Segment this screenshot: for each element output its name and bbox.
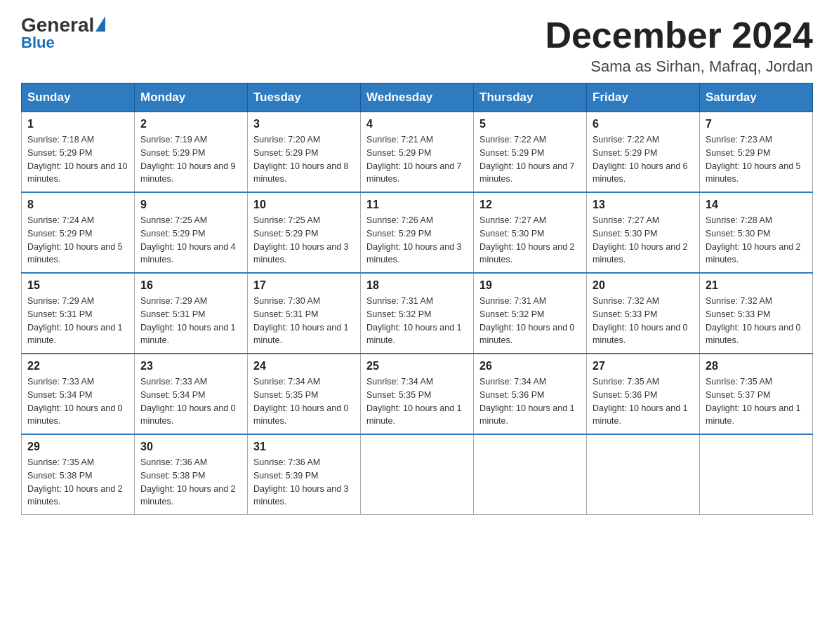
- day-number: 5: [479, 118, 581, 130]
- day-number: 21: [706, 279, 807, 292]
- day-info: Sunrise: 7:35 AM Sunset: 5:38 PM Dayligh…: [27, 456, 128, 509]
- calendar-week-row: 29 Sunrise: 7:35 AM Sunset: 5:38 PM Dayl…: [22, 434, 813, 515]
- calendar-cell: [474, 434, 587, 515]
- calendar-cell: 2 Sunrise: 7:19 AM Sunset: 5:29 PM Dayli…: [135, 112, 248, 193]
- calendar-table: SundayMondayTuesdayWednesdayThursdayFrid…: [21, 83, 813, 515]
- calendar-cell: 10 Sunrise: 7:25 AM Sunset: 5:29 PM Dayl…: [248, 192, 361, 273]
- calendar-cell: 25 Sunrise: 7:34 AM Sunset: 5:35 PM Dayl…: [361, 354, 474, 434]
- day-info: Sunrise: 7:32 AM Sunset: 5:33 PM Dayligh…: [593, 295, 694, 347]
- calendar-cell: 7 Sunrise: 7:23 AM Sunset: 5:29 PM Dayli…: [700, 112, 813, 193]
- day-info: Sunrise: 7:28 AM Sunset: 5:30 PM Dayligh…: [706, 214, 807, 267]
- calendar-cell: 17 Sunrise: 7:30 AM Sunset: 5:31 PM Dayl…: [248, 273, 361, 354]
- day-info: Sunrise: 7:30 AM Sunset: 5:31 PM Dayligh…: [253, 295, 355, 347]
- calendar-cell: [587, 434, 700, 515]
- calendar-cell: [361, 434, 474, 515]
- calendar-cell: 3 Sunrise: 7:20 AM Sunset: 5:29 PM Dayli…: [248, 112, 361, 193]
- day-number: 20: [593, 279, 694, 292]
- day-number: 17: [253, 279, 355, 292]
- calendar-header-sunday: Sunday: [22, 83, 135, 112]
- day-number: 1: [27, 118, 128, 130]
- day-number: 9: [140, 199, 241, 211]
- day-number: 30: [140, 441, 241, 453]
- day-info: Sunrise: 7:29 AM Sunset: 5:31 PM Dayligh…: [27, 295, 128, 347]
- day-info: Sunrise: 7:26 AM Sunset: 5:29 PM Dayligh…: [366, 214, 468, 267]
- title-block: December 2024 Sama as Sirhan, Mafraq, Jo…: [545, 14, 813, 76]
- page-header: General Blue December 2024 Sama as Sirha…: [21, 14, 813, 76]
- logo-triangle-icon: [95, 16, 105, 32]
- day-number: 28: [706, 360, 807, 373]
- calendar-cell: 27 Sunrise: 7:35 AM Sunset: 5:36 PM Dayl…: [587, 354, 700, 434]
- day-info: Sunrise: 7:22 AM Sunset: 5:29 PM Dayligh…: [479, 133, 581, 186]
- day-info: Sunrise: 7:32 AM Sunset: 5:33 PM Dayligh…: [706, 295, 807, 347]
- calendar-header-tuesday: Tuesday: [248, 83, 361, 112]
- calendar-header-row: SundayMondayTuesdayWednesdayThursdayFrid…: [22, 83, 813, 112]
- day-number: 15: [27, 279, 128, 292]
- calendar-cell: 18 Sunrise: 7:31 AM Sunset: 5:32 PM Dayl…: [361, 273, 474, 354]
- day-info: Sunrise: 7:33 AM Sunset: 5:34 PM Dayligh…: [140, 375, 241, 428]
- calendar-cell: 26 Sunrise: 7:34 AM Sunset: 5:36 PM Dayl…: [474, 354, 587, 434]
- calendar-cell: 1 Sunrise: 7:18 AM Sunset: 5:29 PM Dayli…: [22, 112, 135, 193]
- day-info: Sunrise: 7:21 AM Sunset: 5:29 PM Dayligh…: [366, 133, 468, 186]
- calendar-cell: 11 Sunrise: 7:26 AM Sunset: 5:29 PM Dayl…: [361, 192, 474, 273]
- main-title: December 2024: [545, 14, 813, 56]
- day-info: Sunrise: 7:18 AM Sunset: 5:29 PM Dayligh…: [27, 133, 128, 186]
- day-info: Sunrise: 7:29 AM Sunset: 5:31 PM Dayligh…: [140, 295, 241, 347]
- day-number: 16: [140, 279, 241, 292]
- day-info: Sunrise: 7:36 AM Sunset: 5:38 PM Dayligh…: [140, 456, 241, 509]
- day-info: Sunrise: 7:34 AM Sunset: 5:36 PM Dayligh…: [479, 375, 581, 428]
- calendar-week-row: 1 Sunrise: 7:18 AM Sunset: 5:29 PM Dayli…: [22, 112, 813, 193]
- calendar-cell: 19 Sunrise: 7:31 AM Sunset: 5:32 PM Dayl…: [474, 273, 587, 354]
- location-subtitle: Sama as Sirhan, Mafraq, Jordan: [545, 58, 813, 76]
- calendar-cell: 29 Sunrise: 7:35 AM Sunset: 5:38 PM Dayl…: [22, 434, 135, 515]
- day-info: Sunrise: 7:35 AM Sunset: 5:37 PM Dayligh…: [706, 375, 807, 428]
- day-info: Sunrise: 7:34 AM Sunset: 5:35 PM Dayligh…: [253, 375, 355, 428]
- day-number: 12: [479, 199, 581, 211]
- calendar-cell: 8 Sunrise: 7:24 AM Sunset: 5:29 PM Dayli…: [22, 192, 135, 273]
- day-number: 7: [706, 118, 807, 130]
- logo-blue-text: Blue: [21, 34, 55, 52]
- day-number: 3: [253, 118, 355, 130]
- calendar-cell: 21 Sunrise: 7:32 AM Sunset: 5:33 PM Dayl…: [700, 273, 813, 354]
- calendar-cell: 12 Sunrise: 7:27 AM Sunset: 5:30 PM Dayl…: [474, 192, 587, 273]
- day-number: 26: [479, 360, 581, 373]
- calendar-cell: 13 Sunrise: 7:27 AM Sunset: 5:30 PM Dayl…: [587, 192, 700, 273]
- day-info: Sunrise: 7:36 AM Sunset: 5:39 PM Dayligh…: [253, 456, 355, 509]
- day-info: Sunrise: 7:25 AM Sunset: 5:29 PM Dayligh…: [140, 214, 241, 267]
- calendar-cell: 5 Sunrise: 7:22 AM Sunset: 5:29 PM Dayli…: [474, 112, 587, 193]
- day-number: 13: [593, 199, 694, 211]
- day-info: Sunrise: 7:20 AM Sunset: 5:29 PM Dayligh…: [253, 133, 355, 186]
- day-info: Sunrise: 7:19 AM Sunset: 5:29 PM Dayligh…: [140, 133, 241, 186]
- calendar-cell: 9 Sunrise: 7:25 AM Sunset: 5:29 PM Dayli…: [135, 192, 248, 273]
- day-info: Sunrise: 7:24 AM Sunset: 5:29 PM Dayligh…: [27, 214, 128, 267]
- calendar-cell: [700, 434, 813, 515]
- day-number: 10: [253, 199, 355, 211]
- calendar-header-saturday: Saturday: [700, 83, 813, 112]
- calendar-week-row: 22 Sunrise: 7:33 AM Sunset: 5:34 PM Dayl…: [22, 354, 813, 434]
- day-info: Sunrise: 7:34 AM Sunset: 5:35 PM Dayligh…: [366, 375, 468, 428]
- calendar-cell: 15 Sunrise: 7:29 AM Sunset: 5:31 PM Dayl…: [22, 273, 135, 354]
- calendar-cell: 24 Sunrise: 7:34 AM Sunset: 5:35 PM Dayl…: [248, 354, 361, 434]
- calendar-cell: 14 Sunrise: 7:28 AM Sunset: 5:30 PM Dayl…: [700, 192, 813, 273]
- logo: General Blue: [21, 14, 105, 52]
- day-info: Sunrise: 7:23 AM Sunset: 5:29 PM Dayligh…: [706, 133, 807, 186]
- day-number: 22: [27, 360, 128, 373]
- day-info: Sunrise: 7:33 AM Sunset: 5:34 PM Dayligh…: [27, 375, 128, 428]
- day-number: 19: [479, 279, 581, 292]
- day-info: Sunrise: 7:31 AM Sunset: 5:32 PM Dayligh…: [479, 295, 581, 347]
- calendar-cell: 22 Sunrise: 7:33 AM Sunset: 5:34 PM Dayl…: [22, 354, 135, 434]
- day-number: 11: [366, 199, 468, 211]
- day-number: 6: [593, 118, 694, 130]
- day-number: 24: [253, 360, 355, 373]
- calendar-cell: 20 Sunrise: 7:32 AM Sunset: 5:33 PM Dayl…: [587, 273, 700, 354]
- calendar-cell: 6 Sunrise: 7:22 AM Sunset: 5:29 PM Dayli…: [587, 112, 700, 193]
- day-info: Sunrise: 7:25 AM Sunset: 5:29 PM Dayligh…: [253, 214, 355, 267]
- day-number: 27: [593, 360, 694, 373]
- calendar-cell: 16 Sunrise: 7:29 AM Sunset: 5:31 PM Dayl…: [135, 273, 248, 354]
- day-info: Sunrise: 7:31 AM Sunset: 5:32 PM Dayligh…: [366, 295, 468, 347]
- day-number: 23: [140, 360, 241, 373]
- calendar-week-row: 15 Sunrise: 7:29 AM Sunset: 5:31 PM Dayl…: [22, 273, 813, 354]
- day-number: 18: [366, 279, 468, 292]
- day-info: Sunrise: 7:27 AM Sunset: 5:30 PM Dayligh…: [479, 214, 581, 267]
- day-info: Sunrise: 7:27 AM Sunset: 5:30 PM Dayligh…: [593, 214, 694, 267]
- calendar-header-friday: Friday: [587, 83, 700, 112]
